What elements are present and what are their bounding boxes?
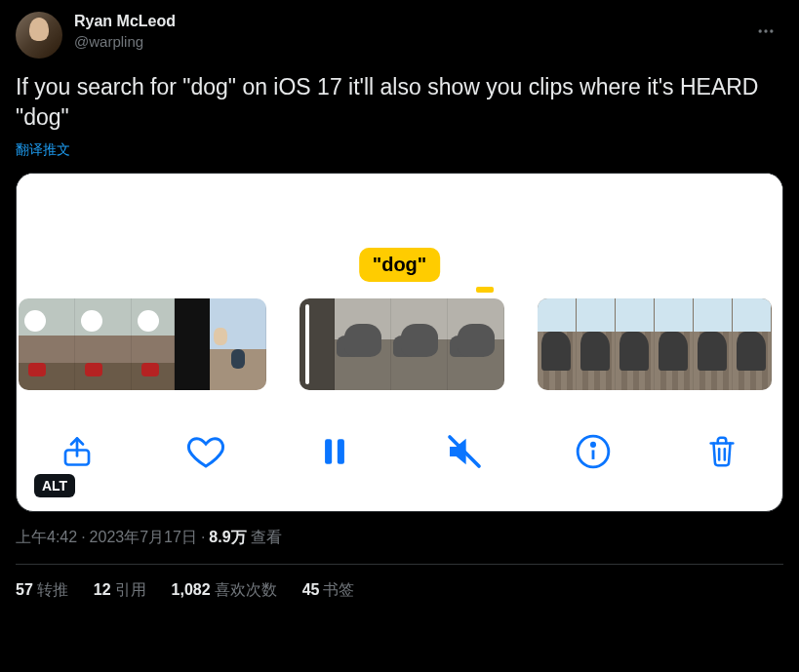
video-frame <box>655 298 694 390</box>
tweet-stats: 57转推 12引用 1,082喜欢次数 45书签 <box>16 565 783 601</box>
info-button[interactable] <box>572 430 615 473</box>
video-frame <box>694 298 733 390</box>
clip-group[interactable] <box>300 298 504 390</box>
info-icon <box>575 433 612 470</box>
views-label: 查看 <box>251 529 282 545</box>
media-toolbar <box>17 408 782 511</box>
svg-point-0 <box>759 29 762 32</box>
video-frame <box>300 298 335 390</box>
views-count: 8.9万 <box>209 529 246 545</box>
pause-button[interactable] <box>313 430 356 473</box>
stat-count: 57 <box>16 581 33 598</box>
tweet-container: Ryan McLeod @warpling If you search for … <box>0 0 799 613</box>
share-button[interactable] <box>56 430 99 473</box>
video-frame <box>210 298 266 390</box>
retweets-stat[interactable]: 57转推 <box>16 580 68 601</box>
trash-icon <box>705 435 739 468</box>
video-frame <box>538 298 577 390</box>
stat-label: 书签 <box>323 581 354 598</box>
video-frame <box>616 298 655 390</box>
quotes-stat[interactable]: 12引用 <box>94 580 146 601</box>
tweet-time[interactable]: 上午4:42 <box>16 529 77 545</box>
stat-count: 45 <box>302 581 320 598</box>
video-frame <box>132 298 175 390</box>
stat-count: 1,082 <box>172 581 211 598</box>
video-frame <box>19 298 75 390</box>
clip-group[interactable] <box>538 298 772 390</box>
pause-icon <box>318 435 351 468</box>
video-scrubber[interactable] <box>17 298 782 390</box>
tweet-date[interactable]: 2023年7月17日 <box>90 529 197 545</box>
alt-badge[interactable]: ALT <box>34 474 75 497</box>
avatar[interactable] <box>16 12 62 59</box>
svg-point-1 <box>764 29 767 32</box>
author-names[interactable]: Ryan McLeod @warpling <box>74 12 176 51</box>
video-frame <box>391 298 448 390</box>
handle: @warpling <box>74 32 176 52</box>
tweet-header: Ryan McLeod @warpling <box>16 12 783 59</box>
likes-stat[interactable]: 1,082喜欢次数 <box>172 580 277 601</box>
video-frame <box>75 298 132 390</box>
video-frame <box>175 298 210 390</box>
media-top-space <box>17 174 782 252</box>
clip-group[interactable] <box>19 298 266 390</box>
video-frame <box>448 298 504 390</box>
media-card[interactable]: "dog" <box>16 173 783 512</box>
mute-button[interactable] <box>443 430 486 473</box>
stat-count: 12 <box>94 581 111 598</box>
playhead-marker <box>476 287 494 293</box>
video-frame <box>733 298 772 390</box>
stat-label: 引用 <box>115 581 146 598</box>
stat-label: 喜欢次数 <box>215 581 277 598</box>
stat-label: 转推 <box>37 581 68 598</box>
more-button[interactable] <box>748 14 783 49</box>
bookmarks-stat[interactable]: 45书签 <box>302 580 355 601</box>
mute-icon <box>445 432 484 471</box>
svg-rect-5 <box>338 439 344 464</box>
like-button[interactable] <box>184 430 227 473</box>
video-frame <box>335 298 391 390</box>
display-name: Ryan McLeod <box>74 12 176 32</box>
svg-rect-4 <box>325 439 332 464</box>
delete-button[interactable] <box>700 430 743 473</box>
video-frame <box>577 298 616 390</box>
tweet-text: If you search for "dog" on iOS 17 it'll … <box>16 72 783 133</box>
share-icon <box>60 434 95 469</box>
svg-point-9 <box>591 443 594 446</box>
svg-point-2 <box>770 29 773 32</box>
translate-link[interactable]: 翻译推文 <box>16 141 70 159</box>
ellipsis-icon <box>756 21 776 41</box>
tweet-meta: 上午4:42·2023年7月17日·8.9万 查看 <box>16 528 783 565</box>
search-term-pill: "dog" <box>359 248 441 282</box>
heart-icon <box>186 432 225 471</box>
